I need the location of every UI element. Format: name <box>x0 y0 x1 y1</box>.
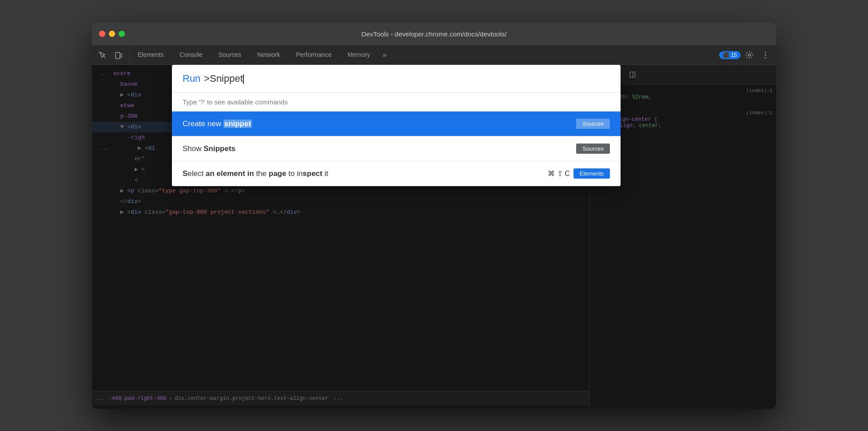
title-bar: DevTools - developer.chrome.com/docs/dev… <box>92 22 776 45</box>
issues-icon: ⬛ <box>723 52 729 58</box>
window-title: DevTools - developer.chrome.com/docs/dev… <box>362 30 507 38</box>
create-snippet-label: Create new snippet <box>183 120 252 128</box>
more-tabs-button[interactable]: » <box>378 45 391 64</box>
device-toolbar-button[interactable] <box>111 48 126 62</box>
shortcut-text: ⌘ ⇧ C <box>548 169 569 178</box>
tab-performance[interactable]: Performance <box>288 45 339 64</box>
command-cursor <box>243 74 244 84</box>
command-item-create-snippet[interactable]: Create new snippet Sources <box>172 112 621 136</box>
toolbar-right: ⬛ 15 <box>716 45 776 64</box>
select-element-tag: Elements <box>573 168 610 179</box>
svg-rect-1 <box>115 52 120 59</box>
main-tabs: Elements Console Sources Network Perform… <box>130 45 716 64</box>
command-hint: Type '?' to see available commands <box>172 93 621 112</box>
toolbar-left-icons <box>92 45 130 64</box>
devtools-window: DevTools - developer.chrome.com/docs/dev… <box>92 22 776 409</box>
svg-point-6 <box>765 57 766 58</box>
close-button[interactable] <box>99 31 105 37</box>
show-snippets-tag: Sources <box>576 144 610 154</box>
command-input-row: Run >Snippet <box>172 65 621 93</box>
select-element-shortcut: ⌘ ⇧ C Elements <box>548 168 610 179</box>
main-content: ... score banne ▶ <div etwe p-300 ▼ < <box>92 65 776 409</box>
minimize-button[interactable] <box>109 31 115 37</box>
command-item-select-element[interactable]: Select an element in the page to inspect… <box>172 161 621 186</box>
tab-network[interactable]: Network <box>249 45 288 64</box>
command-run-label: Run <box>183 73 200 84</box>
maximize-button[interactable] <box>119 31 125 37</box>
show-snippets-label: Show Snippets <box>183 144 235 153</box>
svg-line-0 <box>103 56 105 58</box>
issues-badge[interactable]: ⬛ 15 <box>719 51 741 59</box>
settings-button[interactable] <box>742 48 757 62</box>
create-snippet-tag: Sources <box>576 119 610 129</box>
svg-point-4 <box>765 52 766 53</box>
command-input-text: >Snippet <box>204 73 243 84</box>
command-menu: Run >Snippet Type '?' to see available c… <box>172 65 621 186</box>
command-item-show-snippets[interactable]: Show Snippets Sources <box>172 136 621 161</box>
command-menu-overlay[interactable]: Run >Snippet Type '?' to see available c… <box>92 65 776 409</box>
inspect-tool-button[interactable] <box>96 48 110 62</box>
traffic-lights <box>99 31 125 37</box>
tab-elements[interactable]: Elements <box>130 45 171 64</box>
svg-point-3 <box>749 54 751 56</box>
devtools-toolbar: Elements Console Sources Network Perform… <box>92 45 776 65</box>
tab-memory[interactable]: Memory <box>340 45 378 64</box>
more-options-button[interactable] <box>758 48 772 62</box>
tab-console[interactable]: Console <box>171 45 210 64</box>
tab-sources[interactable]: Sources <box>211 45 249 64</box>
select-element-label: Select an element in the page to inspect… <box>183 169 328 178</box>
svg-rect-2 <box>120 54 122 57</box>
svg-point-5 <box>765 54 766 56</box>
